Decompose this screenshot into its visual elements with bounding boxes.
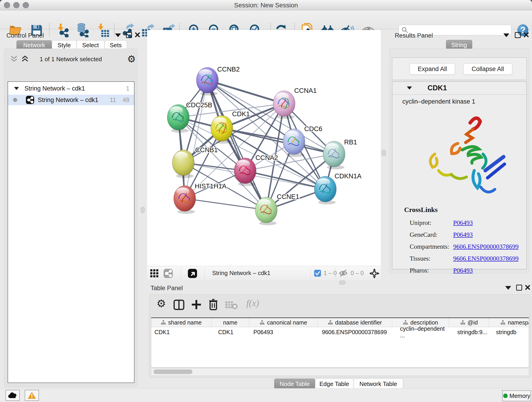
network-options-gear-icon[interactable]: ⚙ — [127, 53, 136, 65]
cell-database-identifier[interactable]: 9606.ENSP00000378699 — [322, 328, 391, 336]
node-table[interactable]: shared name name canonical name database… — [151, 317, 529, 367]
table-panel-float-icon[interactable] — [516, 285, 522, 291]
tab-edge-table[interactable]: Edge Table — [315, 379, 354, 389]
crosslinks-title: CrossLinks — [404, 206, 438, 214]
birds-eye-view-icon[interactable] — [187, 268, 197, 279]
footer-separator — [204, 268, 205, 279]
network-graph[interactable]: CCNB2CCNA1CDC25BCDK1CDC6RB1CCNB1CCNA2CDK… — [147, 30, 381, 266]
crosslink-row: Pharos: P06493 — [410, 264, 520, 276]
crosslink-link[interactable]: P06493 — [453, 231, 473, 238]
crosslink-link[interactable]: P06493 — [453, 267, 473, 274]
expand-all-button[interactable]: Expand All — [410, 63, 455, 75]
control-panel-close-icon[interactable] — [135, 32, 140, 38]
network-node-count: 11 — [110, 96, 116, 104]
right-splitter-handle[interactable] — [382, 150, 386, 156]
tab-network-table[interactable]: Network Table — [354, 379, 403, 389]
network-row-selected[interactable]: String Network – cdk1 11 48 — [8, 95, 134, 105]
collection-expander-icon[interactable] — [14, 87, 19, 90]
left-splitter-handle[interactable] — [141, 207, 145, 213]
protein-name: CDK1 — [428, 84, 447, 92]
column-label: @id — [468, 319, 478, 326]
function-builder-icon-disabled: f(x) — [246, 298, 259, 308]
selected-checkbox-icon[interactable] — [314, 269, 321, 277]
column-header-shared-name[interactable]: shared name — [151, 318, 211, 327]
section-expander-icon[interactable] — [407, 86, 412, 89]
control-panel-float-icon[interactable] — [126, 32, 132, 38]
warning-icon — [27, 391, 36, 399]
footer-separator — [181, 268, 181, 279]
main-toolbar: ? — [0, 10, 532, 29]
crosslink-label: Pharos: — [410, 267, 453, 274]
footer-separator — [310, 268, 310, 279]
tab-node-table[interactable]: Node Table — [274, 379, 315, 389]
results-panel-float-icon[interactable] — [515, 32, 521, 38]
cell-canonical-name[interactable]: P06493 — [253, 328, 315, 336]
table-panel-minimize-icon[interactable] — [505, 286, 511, 290]
results-panel-minimize-icon[interactable] — [503, 33, 509, 37]
delete-column-icon[interactable] — [208, 299, 218, 311]
column-header-canonical-name[interactable]: canonical name — [249, 318, 318, 327]
crosslink-label: Compartments: — [410, 243, 453, 250]
crosslink-label: Tissues: — [410, 255, 453, 262]
collection-count: 1 — [126, 85, 129, 92]
column-header-database-identifier[interactable]: database identifier — [318, 318, 392, 327]
control-panel-title: Control Panel — [6, 32, 44, 39]
svg-text:CCNA2: CCNA2 — [255, 154, 278, 161]
cell-namespace[interactable]: stringdb — [496, 328, 529, 336]
crosslink-link[interactable]: P06493 — [453, 219, 473, 226]
column-header-namespace[interactable]: namespace — [489, 318, 529, 327]
table-settings-gear-icon[interactable]: ⚙ — [157, 297, 166, 310]
crosslink-link[interactable]: 9606.ENSP00000378699 — [453, 243, 519, 250]
svg-text:CCNE1: CCNE1 — [277, 193, 299, 200]
memory-status-dot-icon — [503, 394, 508, 398]
column-label: description — [410, 319, 438, 326]
application-window: Session: New Session — [0, 0, 532, 402]
table-panel-close-icon[interactable] — [525, 285, 530, 290]
memory-label: Memory — [510, 393, 530, 399]
title-bar: Session: New Session — [0, 0, 532, 10]
column-type-icon — [260, 320, 265, 325]
add-column-icon[interactable] — [191, 299, 202, 310]
svg-text:CCNB1: CCNB1 — [195, 146, 218, 153]
current-network-name: String Network – cdk1 — [212, 269, 270, 277]
network-canvas[interactable]: CCNB2CCNA1CDC25BCDK1CDC6RB1CCNB1CCNA2CDK… — [147, 30, 381, 266]
grid-view-icon[interactable] — [150, 269, 159, 278]
network-label: String Network – cdk1 — [38, 96, 98, 104]
protein-description: cyclin–dependent kinase 1 — [402, 98, 475, 105]
cloud-icon — [8, 392, 17, 399]
control-panel-minimize-icon[interactable] — [115, 33, 121, 37]
svg-text:CDC6: CDC6 — [304, 125, 322, 133]
network-tree: String Network – cdk1 1 String Network –… — [7, 81, 134, 383]
crosslink-row: GeneCard: P06493 — [410, 229, 520, 241]
results-panel: Results Panel String Expand All Collapse… — [388, 30, 532, 274]
show-columns-icon[interactable] — [173, 300, 184, 310]
cell-name[interactable]: CDK1 — [218, 328, 250, 336]
results-panel-close-icon[interactable] — [524, 32, 529, 38]
column-header-name[interactable]: name — [211, 318, 249, 327]
string-results-content: Expand All Collapse All CDK1 cyclin–depe… — [389, 49, 529, 273]
protein-structure-image — [413, 109, 509, 201]
svg-text:CCNB2: CCNB2 — [217, 65, 240, 73]
scrollbar-thumb[interactable] — [153, 370, 192, 374]
crosslinks-list: Uniprot: P06493 GeneCard: P06493 Compart… — [410, 217, 520, 276]
network-share-view-icon[interactable] — [163, 268, 173, 279]
collapse-all-button[interactable]: Collapse All — [463, 63, 512, 75]
column-header-id[interactable]: @id — [449, 318, 489, 327]
pan-compass-icon[interactable] — [369, 268, 380, 279]
cell-shared-name[interactable]: CDK1 — [154, 328, 209, 336]
warnings-button[interactable] — [25, 390, 39, 401]
network-collection-row[interactable]: String Network – cdk1 1 — [8, 83, 134, 94]
table-horizontal-scrollbar[interactable] — [151, 368, 529, 376]
string-network-icon — [25, 95, 35, 104]
column-label: name — [223, 319, 238, 326]
network-selection-status: 1 of 1 Network selected — [4, 56, 137, 63]
memory-button[interactable]: Memory — [502, 390, 531, 401]
column-label: namespace — [508, 319, 529, 326]
cell-description[interactable]: cyclin–dependent ... — [400, 328, 450, 336]
cell-id[interactable]: stringdb:9... — [457, 328, 492, 336]
crosslink-link[interactable]: 9606.ENSP00000378699 — [453, 255, 519, 262]
protein-section-header[interactable]: CDK1 — [392, 82, 526, 95]
cloud-status-button[interactable] — [6, 390, 20, 401]
crosslink-row: Compartments: 9606.ENSP00000378699 — [410, 241, 520, 253]
svg-text:CDKN1A: CDKN1A — [335, 172, 361, 180]
